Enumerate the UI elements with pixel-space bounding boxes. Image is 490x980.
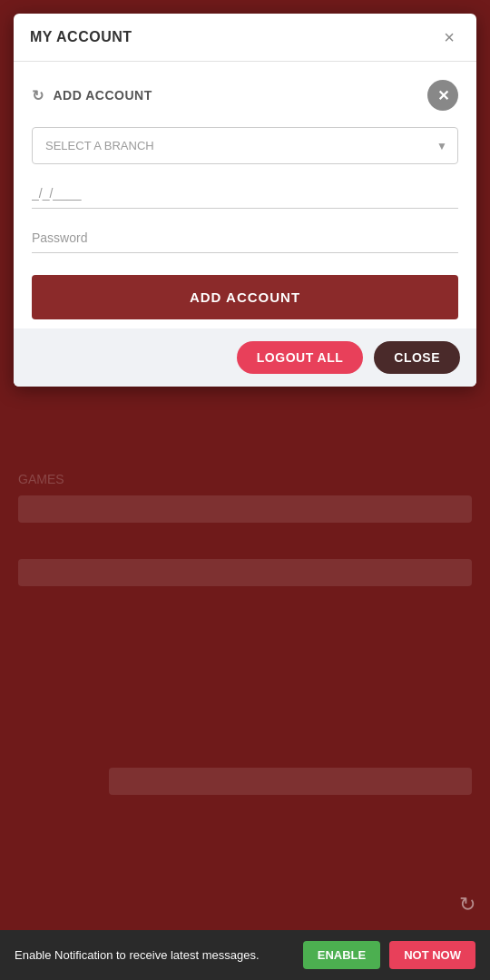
logout-all-button[interactable]: LOGOUT ALL	[237, 341, 363, 374]
not-now-button[interactable]: NOT NOW	[389, 941, 475, 969]
enable-notification-button[interactable]: ENABLE	[303, 941, 380, 969]
my-account-modal: MY ACCOUNT × ↻ ADD ACCOUNT ✕ SELECT A BR…	[14, 14, 476, 387]
refresh-icon: ↻	[32, 87, 44, 104]
background-content: GAMES	[0, 454, 490, 980]
bg-bar-2	[18, 559, 472, 586]
bg-text-1: GAMES	[18, 472, 472, 486]
date-form-group	[32, 179, 458, 209]
add-account-text: ADD ACCOUNT	[54, 88, 152, 103]
password-form-group	[32, 223, 458, 253]
modal-title: MY ACCOUNT	[30, 29, 132, 45]
notification-buttons: ENABLE NOT NOW	[303, 941, 475, 969]
password-input[interactable]	[32, 223, 458, 253]
refresh-bottom-icon: ↻	[459, 893, 475, 916]
date-input[interactable]	[32, 179, 458, 209]
modal-body: ↻ ADD ACCOUNT ✕ SELECT A BRANCH ▼ ADD AC…	[14, 62, 476, 328]
bg-bar-3	[109, 768, 472, 795]
add-account-row: ↻ ADD ACCOUNT ✕	[32, 80, 458, 111]
notification-bar: Enable Notification to receive latest me…	[0, 930, 490, 980]
modal-footer: LOGOUT ALL CLOSE	[14, 328, 476, 387]
add-account-button[interactable]: ADD ACCOUNT	[32, 275, 458, 319]
modal-header: MY ACCOUNT ×	[14, 14, 476, 62]
close-circle-button[interactable]: ✕	[427, 80, 458, 111]
branch-select-wrapper: SELECT A BRANCH ▼	[32, 127, 458, 164]
close-button[interactable]: CLOSE	[374, 341, 460, 374]
branch-select[interactable]: SELECT A BRANCH	[32, 127, 458, 164]
bg-bar-1	[18, 495, 472, 523]
notification-message: Enable Notification to receive latest me…	[15, 948, 303, 962]
add-account-label: ↻ ADD ACCOUNT	[32, 87, 152, 104]
modal-header-close-button[interactable]: ×	[438, 26, 460, 48]
branch-form-group: SELECT A BRANCH ▼	[32, 127, 458, 164]
